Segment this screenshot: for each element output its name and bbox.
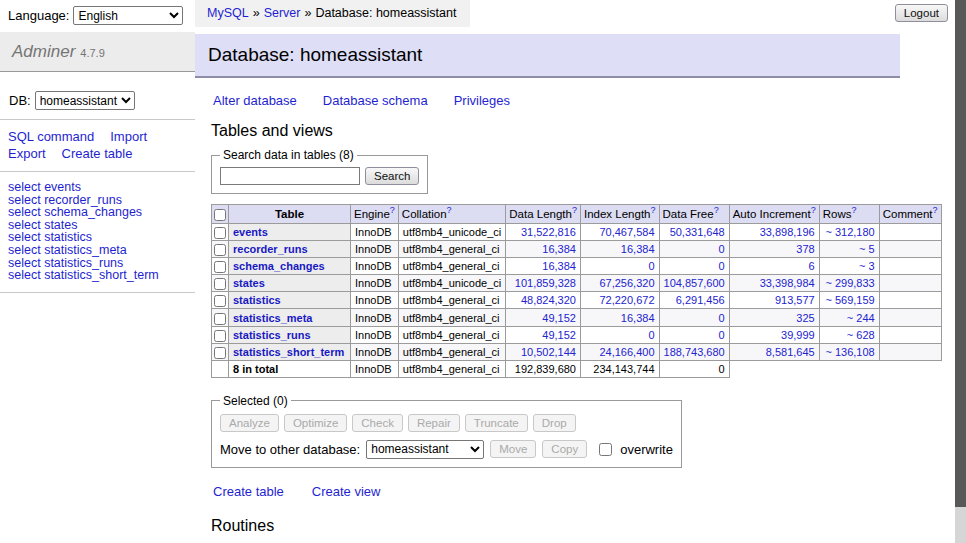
column-help-link[interactable]: ? — [447, 205, 452, 215]
row-checkbox[interactable] — [214, 244, 226, 256]
bulk-repair-button[interactable]: Repair — [408, 414, 460, 432]
breadcrumb-mysql-link[interactable]: MySQL — [207, 6, 249, 20]
column-help-link[interactable]: ? — [714, 205, 719, 215]
rows-link[interactable]: ~ 244 — [847, 312, 875, 324]
db-select[interactable]: homeassistant — [35, 91, 135, 110]
table-link-statistics_runs[interactable]: statistics_runs — [233, 329, 311, 341]
database-schema-link[interactable]: Database schema — [323, 93, 428, 108]
bulk-drop-button[interactable]: Drop — [533, 414, 576, 432]
column-help-link[interactable]: ? — [933, 205, 938, 215]
data-free-link[interactable]: 6,291,456 — [676, 294, 725, 306]
auto-increment-cell: 325 — [729, 309, 819, 326]
export-link[interactable]: Export — [8, 146, 46, 161]
column-help-link[interactable]: ? — [572, 205, 577, 215]
rows-link[interactable]: ~ 628 — [847, 329, 875, 341]
row-checkbox[interactable] — [214, 278, 226, 290]
sql-command-link[interactable]: SQL command — [8, 129, 94, 144]
rows-link[interactable]: ~ 3 — [859, 260, 875, 272]
index-length-link[interactable]: 16,384 — [621, 312, 655, 324]
search-input[interactable] — [220, 167, 360, 185]
data-free-link[interactable]: 0 — [719, 312, 725, 324]
rows-link[interactable]: ~ 312,180 — [825, 226, 874, 238]
data-length-link[interactable]: 16,384 — [542, 243, 576, 255]
data-length-link[interactable]: 48,824,320 — [521, 294, 576, 306]
auto-increment-link[interactable]: 6 — [809, 260, 815, 272]
create-table-link[interactable]: Create table — [213, 484, 284, 499]
scrollbar-thumb[interactable] — [955, 0, 966, 507]
table-link-statistics_meta[interactable]: statistics_meta — [233, 312, 313, 324]
sidebar-select-statistics_short_term-link[interactable]: select statistics_short_term — [8, 269, 195, 282]
index-length-link[interactable]: 16,384 — [621, 243, 655, 255]
data-free-link[interactable]: 0 — [719, 260, 725, 272]
bulk-optimize-button[interactable]: Optimize — [284, 414, 347, 432]
auto-increment-link[interactable]: 39,999 — [781, 329, 815, 341]
row-checkbox[interactable] — [214, 261, 226, 273]
sidebar-select-schema_changes-link[interactable]: select schema_changes — [8, 206, 195, 219]
data-length-link[interactable]: 16,384 — [542, 260, 576, 272]
search-button[interactable]: Search — [365, 167, 419, 185]
table-link-statistics[interactable]: statistics — [233, 294, 281, 306]
rows-link[interactable]: ~ 136,108 — [825, 346, 874, 358]
copy-button[interactable]: Copy — [542, 440, 587, 458]
bulk-check-button[interactable]: Check — [352, 414, 403, 432]
row-checkbox[interactable] — [214, 313, 226, 325]
rows-link[interactable]: ~ 5 — [859, 243, 875, 255]
column-help-link[interactable]: ? — [390, 205, 395, 215]
index-length-link[interactable]: 0 — [648, 329, 654, 341]
table-link-states[interactable]: states — [233, 277, 265, 289]
data-free-link[interactable]: 188,743,680 — [664, 346, 725, 358]
move-database-select[interactable]: homeassistant — [366, 440, 484, 459]
select-all-checkbox[interactable] — [214, 209, 226, 221]
sidebar-select-events-link[interactable]: select events — [8, 181, 195, 194]
index-length-link[interactable]: 67,256,320 — [599, 277, 654, 289]
bulk-analyze-button[interactable]: Analyze — [220, 414, 279, 432]
data-length-link[interactable]: 101,859,328 — [515, 277, 576, 289]
rows-link[interactable]: ~ 299,833 — [825, 277, 874, 289]
data-length-link[interactable]: 10,502,144 — [521, 346, 576, 358]
row-checkbox[interactable] — [214, 347, 226, 359]
data-free-link[interactable]: 0 — [719, 243, 725, 255]
import-link[interactable]: Import — [110, 129, 147, 144]
auto-increment-link[interactable]: 8,581,645 — [766, 346, 815, 358]
overwrite-checkbox[interactable] — [599, 443, 612, 456]
auto-increment-link[interactable]: 33,898,196 — [760, 226, 815, 238]
column-help-link[interactable]: ? — [851, 205, 856, 215]
alter-database-link[interactable]: Alter database — [213, 93, 297, 108]
data-length-link[interactable]: 31,522,816 — [521, 226, 576, 238]
column-help-link[interactable]: ? — [651, 205, 656, 215]
index-length-link[interactable]: 70,467,584 — [599, 226, 654, 238]
table-link-schema_changes[interactable]: schema_changes — [233, 260, 325, 272]
data-free-link[interactable]: 104,857,600 — [664, 277, 725, 289]
logout-button[interactable]: Logout — [895, 4, 948, 22]
vertical-scrollbar[interactable] — [955, 0, 966, 543]
bulk-truncate-button[interactable]: Truncate — [465, 414, 528, 432]
language-select[interactable]: English — [73, 6, 183, 25]
data-length-link[interactable]: 49,152 — [542, 329, 576, 341]
table-link-recorder_runs[interactable]: recorder_runs — [233, 243, 308, 255]
table-link-statistics_short_term[interactable]: statistics_short_term — [233, 346, 344, 358]
sidebar-select-statistics_meta-link[interactable]: select statistics_meta — [8, 244, 195, 257]
data-length-link[interactable]: 49,152 — [542, 312, 576, 324]
rows-link[interactable]: ~ 569,159 — [825, 294, 874, 306]
brand-name[interactable]: Adminer — [12, 42, 75, 61]
column-help-link[interactable]: ? — [811, 205, 816, 215]
privileges-link[interactable]: Privileges — [454, 93, 510, 108]
create-view-link[interactable]: Create view — [312, 484, 381, 499]
create-table-link-sidebar[interactable]: Create table — [62, 146, 133, 161]
auto-increment-link[interactable]: 378 — [796, 243, 814, 255]
row-checkbox[interactable] — [214, 227, 226, 239]
comment-cell — [879, 292, 941, 309]
data-free-link[interactable]: 50,331,648 — [670, 226, 725, 238]
row-checkbox[interactable] — [214, 330, 226, 342]
breadcrumb-server-link[interactable]: Server — [264, 6, 301, 20]
index-length-link[interactable]: 72,220,672 — [599, 294, 654, 306]
auto-increment-link[interactable]: 913,577 — [775, 294, 815, 306]
row-checkbox[interactable] — [214, 295, 226, 307]
index-length-link[interactable]: 24,166,400 — [599, 346, 654, 358]
auto-increment-link[interactable]: 325 — [796, 312, 814, 324]
index-length-link[interactable]: 0 — [648, 260, 654, 272]
table-link-events[interactable]: events — [233, 226, 268, 238]
data-free-link[interactable]: 0 — [719, 329, 725, 341]
move-button[interactable]: Move — [490, 440, 536, 458]
auto-increment-link[interactable]: 33,398,984 — [760, 277, 815, 289]
